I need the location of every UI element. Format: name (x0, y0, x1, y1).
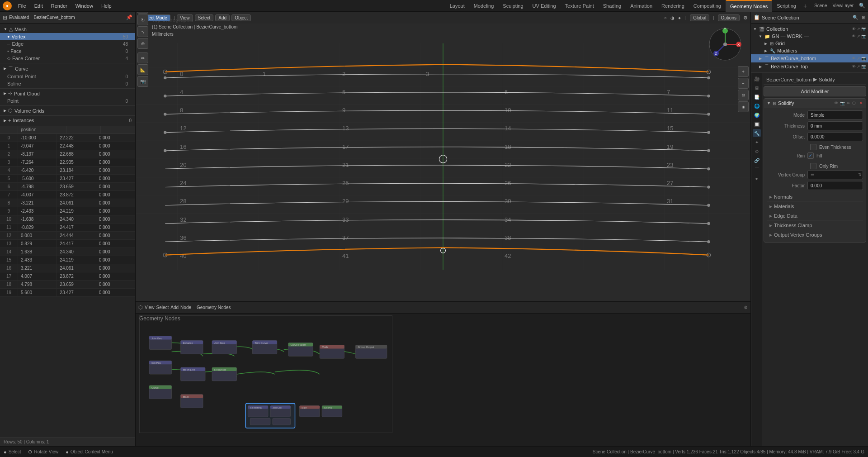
scale-tool[interactable]: ⤡ (137, 26, 148, 37)
rotate-tool[interactable]: ↻ (137, 14, 148, 25)
face-item[interactable]: ▪ Face 0 (0, 48, 135, 55)
mode-dropdown[interactable]: Simple (807, 110, 863, 119)
gn-controls[interactable]: ⚙ (744, 305, 748, 310)
point-cloud-header[interactable]: ▶ ⊹ Point Cloud (0, 90, 135, 97)
normals-header[interactable]: ▶ Normals (767, 192, 863, 201)
zoom-in-btn[interactable]: + (738, 66, 749, 77)
scene-props-icon[interactable]: 🌐 (753, 102, 761, 110)
collection-root-row[interactable]: ▼ 🎬 Collection 👁 ↗ 📷 (751, 25, 868, 33)
modifier-props-icon[interactable]: 🔧 (753, 129, 761, 137)
bc-bottom-sel-btn[interactable]: ↗ (857, 56, 860, 61)
solidify-render-icon[interactable]: 📷 (840, 101, 845, 105)
gn-sel-btn[interactable]: ↗ (857, 34, 860, 38)
menu-edit[interactable]: Edit (31, 2, 47, 10)
output-props-icon[interactable]: 🖥 (753, 84, 761, 92)
object-menu-btn[interactable]: Object (231, 14, 251, 21)
tab-texture-paint[interactable]: Texture Paint (561, 0, 599, 12)
thickness-value[interactable]: 0 mm (807, 121, 863, 130)
material-icon[interactable]: ● (753, 174, 761, 182)
rendered-mode-icon[interactable]: ● (678, 15, 681, 20)
spline-item[interactable]: Spline 0 (0, 80, 135, 87)
gn-view-btn[interactable]: View (145, 305, 155, 310)
menu-help[interactable]: Help (98, 2, 115, 10)
render-props-icon[interactable]: 🎥 (753, 75, 761, 83)
tab-sculpting[interactable]: Sculpting (498, 0, 528, 12)
options-btn[interactable]: Options (718, 14, 740, 21)
add-menu-btn[interactable]: Add (215, 14, 230, 21)
outliner-filter[interactable]: ⊞ (862, 15, 865, 20)
bc-bottom-view-btn[interactable]: 👁 (852, 56, 856, 61)
tab-uv-editing[interactable]: UV Editing (528, 0, 561, 12)
local-view-btn[interactable]: ◉ (738, 101, 749, 112)
select-menu-btn[interactable]: Select (195, 14, 214, 21)
gn-node-btn[interactable]: Node (180, 305, 191, 310)
gn-work-row[interactable]: ▼ 📁 GN — WORK — 👁 ↗ 📷 (751, 33, 868, 40)
particles-icon[interactable]: ✦ (753, 138, 761, 146)
move-tool[interactable]: ↔ (137, 12, 148, 14)
tab-animation[interactable]: Animation (626, 0, 657, 12)
add-workspace-btn[interactable]: + (801, 2, 810, 10)
vertex-group-input[interactable]: ☰ ⇅ (807, 170, 863, 179)
menu-window[interactable]: Window (72, 2, 97, 10)
face-corner-item[interactable]: ◇ Face Corner 4 (0, 55, 135, 62)
render-collection-btn[interactable]: 📷 (861, 27, 866, 31)
solid-mode-icon[interactable]: ○ (664, 15, 667, 20)
tab-modeling[interactable]: Modeling (469, 0, 499, 12)
solidify-realtime-icon[interactable]: ⬡ (852, 101, 856, 105)
solidify-edit-icon[interactable]: ✏ (847, 101, 850, 105)
navigation-gizmo[interactable]: X Y Z (707, 26, 743, 62)
tab-compositing[interactable]: Compositing (689, 0, 726, 12)
factor-value[interactable]: 0.000 (807, 181, 863, 190)
annotate-tool[interactable]: ✏ (137, 52, 148, 63)
gn-select-btn[interactable]: Select (156, 305, 169, 310)
tab-layout[interactable]: Layout (445, 0, 469, 12)
menu-render[interactable]: Render (47, 2, 71, 10)
transform-tool[interactable]: ⊕ (137, 38, 148, 49)
add-modifier-button[interactable]: Add Modifier (764, 86, 866, 96)
instances-header[interactable]: ▶ + Instances 0 (0, 117, 135, 124)
even-thickness-check[interactable] (810, 144, 816, 150)
gn-view-btn[interactable]: 👁 (852, 34, 856, 38)
material-mode-icon[interactable]: ◑ (670, 15, 675, 20)
constraints-icon[interactable]: 🔗 (753, 156, 761, 164)
offset-value[interactable]: 0.0000 (807, 132, 863, 141)
physics-icon[interactable]: ⊙ (753, 147, 761, 155)
evaluated-label[interactable]: Evaluated (9, 15, 29, 20)
outliner-search[interactable]: 🔍 (853, 15, 858, 20)
mesh-section-header[interactable]: ▼ △ Mesh (0, 25, 135, 33)
gn-add-btn[interactable]: Add (170, 305, 179, 310)
transform-btn[interactable]: Global (690, 14, 709, 21)
tab-geometry-nodes[interactable]: Geometry Nodes (726, 0, 772, 12)
gn-rend-btn[interactable]: 📷 (861, 34, 866, 38)
viewport[interactable]: Object Mode | View Select Add Object ○ ◑… (136, 12, 750, 301)
tab-scripting[interactable]: Scripting (772, 0, 801, 12)
data-props-icon[interactable]: ⌒ (753, 165, 761, 173)
point-item[interactable]: Point 0 (0, 97, 135, 105)
view-collection-btn[interactable]: 👁 (852, 27, 856, 31)
view-menu-btn[interactable]: View (177, 14, 193, 21)
curve-section-header[interactable]: ▶ ⌒ Curve (0, 64, 135, 73)
fit-view-btn[interactable]: ⊡ (738, 90, 749, 100)
modifiers-row[interactable]: ▶ 🔧 Modifiers (751, 47, 868, 54)
grid-row[interactable]: ▶ ⊞ Grid (751, 40, 868, 47)
pin-icon[interactable]: 📌 (126, 14, 132, 20)
modifier-expand-icon[interactable]: ▼ (767, 101, 771, 105)
beziercurve-top-row[interactable]: ▶ ⌒ BezierCurve_top 👁 ↗ 📷 (751, 62, 868, 71)
tab-shading[interactable]: Shading (599, 0, 626, 12)
edge-item[interactable]: ─ Edge 48 (0, 40, 135, 48)
bc-bottom-rend-btn[interactable]: 📷 (861, 56, 866, 61)
search-icon[interactable]: 🔍 (859, 3, 865, 9)
menu-file[interactable]: File (14, 2, 30, 10)
view-layer-icon[interactable]: 📑 (753, 93, 761, 101)
zoom-out-btn[interactable]: − (738, 78, 749, 89)
only-rim-check[interactable] (810, 163, 816, 169)
fill-check[interactable] (807, 152, 814, 159)
geo-nodes-minimap[interactable]: Join Geo Set Pos Curve Instance Mesh Lin… (139, 315, 392, 433)
vertex-item[interactable]: ● Vertex 50 (0, 33, 135, 40)
bc-top-rend-btn[interactable]: 📷 (861, 64, 866, 69)
materials-header[interactable]: ▶ Materials (767, 202, 863, 211)
tab-rendering[interactable]: Rendering (657, 0, 689, 12)
viewport-settings-icon[interactable]: ⚙ (743, 15, 748, 21)
solidify-delete-icon[interactable]: ✕ (859, 101, 863, 105)
volume-grids-header[interactable]: ▶ ⬡ Volume Grids (0, 107, 135, 114)
